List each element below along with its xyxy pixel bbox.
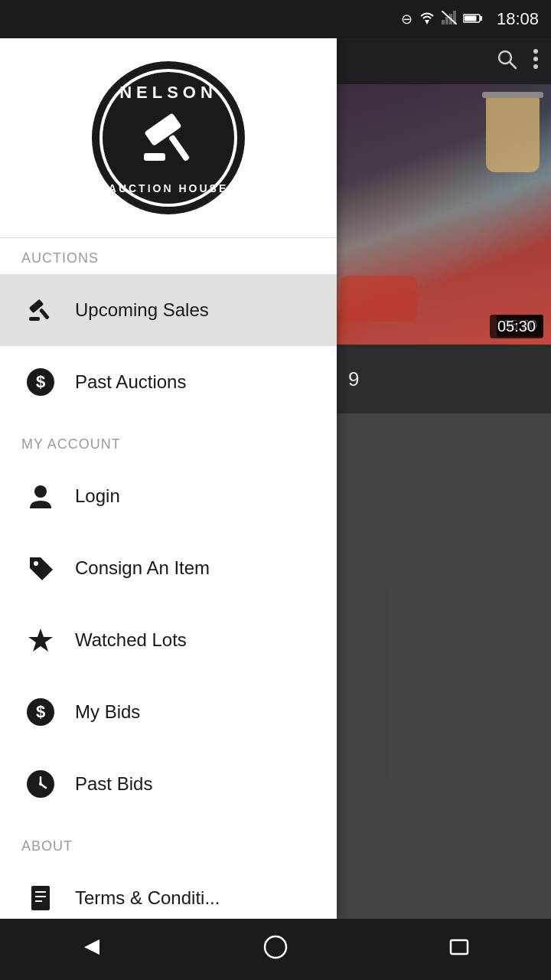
- svg-point-34: [533, 57, 538, 61]
- svg-line-32: [510, 62, 516, 68]
- svg-point-35: [533, 64, 538, 69]
- clock-icon: [21, 765, 60, 803]
- svg-marker-36: [84, 939, 99, 955]
- svg-rect-27: [31, 886, 50, 910]
- watched-lots-label: Watched Lots: [75, 629, 187, 651]
- person-icon: [21, 477, 60, 515]
- terms-label: Terms & Conditi...: [75, 887, 220, 909]
- svg-marker-0: [425, 20, 429, 24]
- right-panel-toolbar: [337, 38, 551, 84]
- auctions-section-header: AUCTIONS: [0, 238, 337, 274]
- svg-rect-8: [464, 15, 476, 21]
- status-time: 18:08: [497, 9, 539, 29]
- about-section-header: ABOUT: [0, 826, 337, 862]
- brand-sub: AUCTION HOUSE: [109, 182, 228, 194]
- battery-icon: [463, 11, 483, 28]
- my-bids-label: My Bids: [75, 701, 140, 723]
- navigation-drawer: NELSON AUCTION HOUSE: [0, 38, 337, 919]
- gavel-menu-icon: [21, 291, 60, 329]
- logo-area: NELSON AUCTION HOUSE: [0, 38, 337, 238]
- svg-rect-2: [445, 17, 448, 24]
- back-button[interactable]: [80, 935, 104, 965]
- status-icons: ⊖ 18:08: [401, 9, 539, 29]
- status-bar: ⊖ 18:08: [0, 0, 551, 38]
- svg-marker-19: [28, 629, 53, 652]
- menu-item-terms[interactable]: Terms & Conditi...: [0, 862, 337, 919]
- search-icon[interactable]: [496, 48, 517, 75]
- consign-label: Consign An Item: [75, 557, 210, 579]
- login-label: Login: [75, 485, 120, 507]
- menu-item-consign[interactable]: Consign An Item: [0, 532, 337, 604]
- menu-item-login[interactable]: Login: [0, 460, 337, 532]
- svg-rect-14: [29, 317, 40, 321]
- tag-icon: [21, 549, 60, 587]
- svg-rect-10: [168, 134, 190, 162]
- menu-item-my-bids[interactable]: $ My Bids: [0, 676, 337, 748]
- auction-image: 05:30: [337, 84, 551, 345]
- dollar-circle-icon: $: [21, 363, 60, 401]
- brand-logo: NELSON AUCTION HOUSE: [92, 61, 245, 214]
- svg-point-17: [34, 485, 47, 498]
- brand-name: NELSON: [119, 83, 217, 103]
- svg-text:$: $: [36, 372, 45, 391]
- lot-counter: 9: [348, 368, 359, 391]
- svg-rect-1: [442, 20, 445, 24]
- gavel-icon: [134, 103, 203, 172]
- upcoming-sales-label: Upcoming Sales: [75, 299, 209, 321]
- recents-button[interactable]: [447, 935, 471, 965]
- my-account-section-header: MY ACCOUNT: [0, 424, 337, 460]
- past-auctions-label: Past Auctions: [75, 371, 186, 393]
- star-icon: [21, 621, 60, 659]
- svg-point-26: [39, 782, 42, 786]
- svg-point-33: [533, 49, 538, 54]
- lot-counter-bar: 9: [337, 345, 551, 413]
- dnd-icon: ⊖: [401, 11, 412, 28]
- right-panel: 05:30 9: [337, 38, 551, 919]
- menu-item-upcoming-sales[interactable]: Upcoming Sales: [0, 274, 337, 346]
- document-icon: [21, 879, 60, 917]
- timer-overlay: 05:30: [490, 315, 543, 338]
- menu-item-past-auctions[interactable]: $ Past Auctions: [0, 346, 337, 418]
- home-button[interactable]: [263, 935, 288, 965]
- main-content: NELSON AUCTION HOUSE: [0, 38, 551, 919]
- menu-item-past-bids[interactable]: Past Bids: [0, 748, 337, 820]
- svg-point-37: [265, 936, 286, 958]
- svg-point-18: [34, 561, 38, 566]
- svg-rect-11: [144, 153, 165, 161]
- svg-rect-38: [451, 940, 468, 954]
- wifi-icon: [419, 11, 435, 28]
- past-bids-label: Past Bids: [75, 773, 152, 795]
- nav-bar: [0, 919, 551, 980]
- signal-icon: [442, 11, 457, 28]
- logo-inner: NELSON AUCTION HOUSE: [99, 69, 237, 207]
- svg-text:$: $: [36, 702, 45, 721]
- more-options-icon[interactable]: [533, 48, 539, 75]
- svg-rect-13: [39, 308, 50, 319]
- dollar-bids-icon: $: [21, 693, 60, 731]
- svg-rect-7: [480, 16, 482, 21]
- menu-item-watched-lots[interactable]: Watched Lots: [0, 604, 337, 676]
